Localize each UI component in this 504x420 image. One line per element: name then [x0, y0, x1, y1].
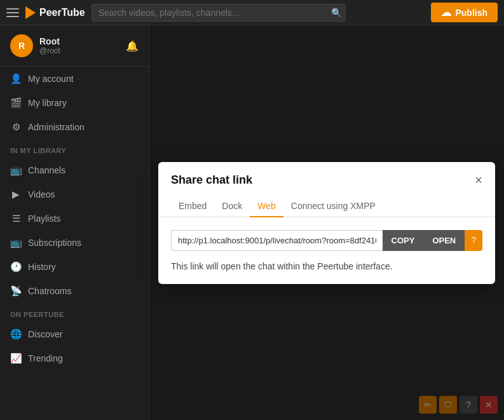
library-icon: 🎬: [10, 97, 22, 109]
modal-header: Share chat link ×: [158, 162, 495, 187]
history-icon: 🕐: [10, 261, 22, 273]
url-help-button[interactable]: ?: [465, 230, 482, 251]
sidebar-item-label: Channels: [28, 165, 65, 175]
sidebar-item-label: Discover: [28, 329, 62, 339]
avatar: R: [10, 34, 33, 57]
close-button[interactable]: ×: [475, 173, 482, 186]
copy-button[interactable]: COPY: [383, 230, 424, 251]
tab-dock[interactable]: Dock: [214, 196, 250, 217]
sidebar-item-trending[interactable]: 📈 Trending: [0, 346, 149, 370]
globe-icon: 🌐: [10, 329, 22, 340]
main-content: 🖥 Share chat link × Embed Dock Web Conne…: [149, 25, 504, 420]
sidebar: R Root @root 🔔 👤 My account 🎬 My library…: [0, 25, 149, 420]
sidebar-item-subscriptions[interactable]: 📺 Subscriptions: [0, 231, 149, 255]
user-name: Root: [39, 36, 119, 46]
search-area: 🔍: [92, 4, 346, 22]
notifications-bell-icon[interactable]: 🔔: [126, 40, 139, 52]
user-section: R Root @root 🔔: [0, 25, 149, 67]
sidebar-item-label: Videos: [28, 189, 55, 200]
logo-icon: [25, 6, 36, 19]
broadcast-icon: 📡: [10, 285, 22, 297]
sidebar-item-administration[interactable]: ⚙ Administration: [0, 115, 149, 139]
sidebar-item-label: History: [28, 262, 56, 272]
subscription-icon: 📺: [10, 237, 22, 248]
publish-label: Publish: [455, 8, 487, 18]
share-chat-modal: Share chat link × Embed Dock Web Connect…: [158, 162, 495, 284]
url-row: COPY OPEN ?: [171, 230, 482, 251]
modal-title: Share chat link: [171, 173, 252, 187]
sidebar-item-discover[interactable]: 🌐 Discover: [0, 322, 149, 346]
person-icon: 👤: [10, 73, 22, 85]
publish-button[interactable]: ☁ Publish: [431, 3, 498, 22]
sidebar-item-my-library[interactable]: 🎬 My library: [0, 91, 149, 115]
sidebar-item-videos[interactable]: ▶ Videos: [0, 182, 149, 207]
tab-web[interactable]: Web: [250, 196, 283, 217]
user-handle: @root: [39, 46, 119, 55]
modal-overlay: Share chat link × Embed Dock Web Connect…: [149, 25, 504, 420]
url-input[interactable]: [171, 230, 383, 251]
sidebar-item-label: Subscriptions: [28, 238, 81, 248]
sidebar-item-history[interactable]: 🕐 History: [0, 255, 149, 279]
playlist-icon: ☰: [10, 213, 22, 224]
tv-icon: 📺: [10, 165, 22, 176]
gear-icon: ⚙: [10, 121, 22, 133]
section-label-peertube: ON PEERTUBE: [0, 303, 149, 322]
trending-icon: 📈: [10, 353, 22, 364]
tabs: Embed Dock Web Connect using XMPP: [158, 196, 495, 217]
sidebar-item-channels[interactable]: 📺 Channels: [0, 158, 149, 182]
search-button[interactable]: 🔍: [331, 8, 342, 18]
sidebar-item-label: Administration: [28, 122, 85, 132]
section-label-library: IN MY LIBRARY: [0, 139, 149, 158]
logo[interactable]: PeerTube: [25, 6, 85, 19]
sidebar-item-chatrooms[interactable]: 📡 Chatrooms: [0, 279, 149, 303]
user-info: Root @root: [39, 36, 119, 55]
tab-embed[interactable]: Embed: [171, 196, 214, 217]
sidebar-item-label: My library: [28, 98, 67, 108]
sidebar-item-playlists[interactable]: ☰ Playlists: [0, 207, 149, 231]
menu-toggle[interactable]: [6, 6, 19, 19]
sidebar-item-my-account[interactable]: 👤 My account: [0, 67, 149, 91]
description-text: This link will open the chat within the …: [171, 261, 482, 271]
open-button[interactable]: OPEN: [423, 230, 465, 251]
modal-body: COPY OPEN ? This link will open the chat…: [158, 217, 495, 284]
tab-xmpp[interactable]: Connect using XMPP: [283, 196, 383, 217]
topbar: PeerTube 🔍 ☁ Publish: [0, 0, 504, 25]
sidebar-item-label: My account: [28, 74, 74, 84]
sidebar-item-label: Playlists: [28, 213, 60, 224]
upload-icon: ☁: [441, 6, 451, 18]
logo-text: PeerTube: [39, 7, 85, 18]
play-icon: ▶: [10, 189, 22, 200]
search-input[interactable]: [92, 4, 346, 22]
sidebar-item-label: Trending: [28, 353, 63, 363]
sidebar-item-label: Chatrooms: [28, 286, 71, 296]
